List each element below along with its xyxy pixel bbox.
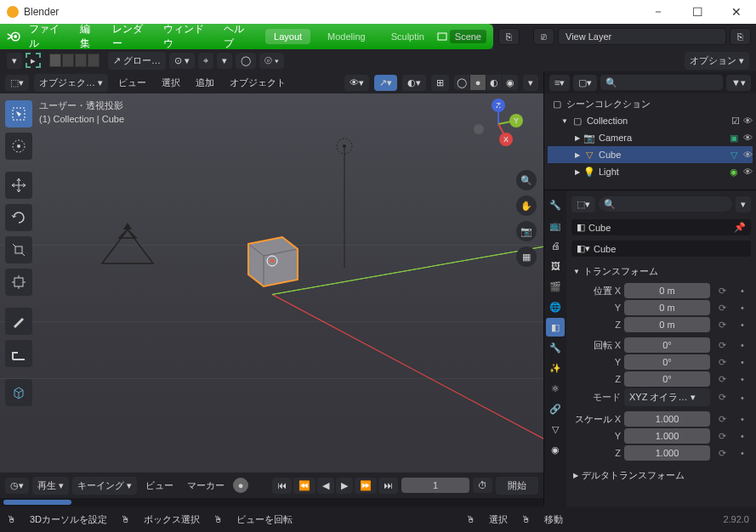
tab-viewlayer-icon[interactable]: 🖼 — [546, 257, 565, 275]
lock-icon[interactable]: ⟳ — [713, 448, 730, 459]
play-reverse-button[interactable]: ◀ — [317, 478, 334, 494]
checkbox-icon[interactable]: ☑ — [731, 116, 740, 127]
minimize-button[interactable]: － — [639, 0, 678, 24]
tab-output-icon[interactable]: 🖨 — [546, 236, 565, 255]
menu-edit[interactable]: 編集 — [80, 22, 98, 51]
snap-toggle[interactable]: ⌖ — [198, 53, 213, 69]
rotation-x-input[interactable]: 0° — [624, 337, 710, 353]
keyframe-next-button[interactable]: ⏩ — [355, 478, 377, 494]
cursor-tool[interactable] — [5, 133, 32, 160]
proportional-toggle[interactable]: ◯ — [236, 53, 256, 69]
maximize-button[interactable]: ☐ — [678, 0, 717, 24]
options-dropdown[interactable]: オプション ▾ — [685, 52, 749, 70]
disclosure-icon[interactable]: ▶ — [575, 168, 580, 176]
outliner-view-dropdown[interactable]: ▢▾ — [573, 75, 597, 91]
move-tool[interactable] — [5, 172, 32, 199]
select-mode-buttons[interactable] — [49, 54, 99, 67]
editor-type-selector[interactable]: ⬚▾ — [5, 75, 29, 91]
timeline-scrollbar[interactable] — [0, 498, 543, 507]
lock-icon[interactable]: ⟳ — [713, 286, 730, 297]
object-name-field[interactable]: ◧▾ Cube — [571, 241, 751, 257]
scene-browse-button[interactable]: ⎘ — [498, 28, 520, 45]
shading-modes[interactable]: ◯ ● ◐ ◉ — [454, 75, 518, 90]
outliner-collection[interactable]: ▼ ▢ Collection ☑ 👁 — [548, 112, 753, 129]
gizmo-toggle[interactable]: ↗▾ — [374, 75, 397, 91]
menu-file[interactable]: ファイル — [29, 22, 65, 51]
menu-help[interactable]: ヘルプ — [224, 22, 250, 51]
tab-physics-icon[interactable]: ⚛ — [546, 379, 565, 398]
playback-dropdown[interactable]: 再生 ▾ — [32, 477, 69, 495]
menu-add[interactable]: 追加 — [196, 76, 214, 89]
transform-tool[interactable] — [5, 269, 32, 296]
outliner-item-camera[interactable]: ▶ 📷 Camera ▣ 👁 — [548, 129, 753, 146]
lock-icon[interactable]: ⟳ — [713, 431, 730, 442]
select-box-tool[interactable] — [5, 100, 32, 127]
menu-object[interactable]: オブジェクト — [230, 76, 286, 89]
jump-start-button[interactable]: ⏮ — [272, 478, 292, 494]
annotate-tool[interactable] — [5, 308, 32, 335]
overlay-toggle[interactable]: ◐▾ — [402, 75, 426, 91]
visibility-dropdown[interactable]: 👁▾ — [344, 75, 369, 91]
tab-constraint-icon[interactable]: 🔗 — [546, 399, 565, 418]
outliner-scene-collection[interactable]: ▢ シーンコレクション — [548, 95, 753, 112]
lock-icon[interactable]: ⟳ — [713, 340, 730, 351]
disclosure-icon[interactable]: ▶ — [575, 134, 580, 142]
tab-material-icon[interactable]: ◉ — [546, 440, 565, 459]
pan-button[interactable]: ✋ — [516, 195, 537, 216]
rotation-z-input[interactable]: 0° — [624, 371, 710, 387]
scale-z-input[interactable]: 1.000 — [624, 445, 710, 461]
tool-drag-action[interactable]: ▾ — [7, 53, 22, 69]
viewlayer-copy-button[interactable]: ⎘ — [730, 28, 751, 45]
location-z-input[interactable]: 0 m — [624, 317, 710, 332]
tab-scene-icon[interactable]: 🎬 — [546, 277, 565, 296]
tab-tool-icon[interactable]: 🔧 — [546, 195, 565, 214]
rotation-mode-dropdown[interactable]: XYZ オイラ… ▾ — [624, 388, 710, 406]
props-editor-selector[interactable]: ⬚▾ — [571, 196, 595, 212]
current-frame-input[interactable]: 1 — [401, 478, 469, 493]
tab-world-icon[interactable]: 🌐 — [546, 297, 565, 316]
camera-object[interactable] — [94, 221, 162, 272]
scene-selector[interactable]: Scene — [450, 30, 486, 43]
pin-icon[interactable]: 📌 — [734, 222, 746, 233]
eye-icon[interactable]: 👁 — [743, 133, 753, 143]
transform-panel-header[interactable]: ▼トランスフォーム — [571, 262, 751, 281]
viewport-3d[interactable]: ユーザー・透視投影 (1) Collection | Cube Z Y X 🔍 … — [0, 93, 543, 473]
mode-selector[interactable]: オブジェク… ▾ — [34, 74, 108, 92]
zoom-button[interactable]: 🔍 — [516, 170, 537, 190]
snap-dropdown[interactable]: ▾ — [217, 53, 232, 69]
jump-end-button[interactable]: ⏭ — [378, 478, 398, 494]
measure-tool[interactable] — [5, 340, 32, 367]
viewlayer-browse-button[interactable]: ⎚ — [533, 28, 554, 45]
add-cube-tool[interactable] — [5, 379, 32, 406]
viewlayer-selector[interactable]: View Layer — [558, 28, 726, 45]
menu-window[interactable]: ウィンドウ — [163, 22, 207, 51]
frame-range-lock[interactable]: ⏱ — [473, 478, 492, 493]
pivot-dropdown[interactable]: ⊙ ▾ — [169, 53, 195, 69]
outliner-item-light[interactable]: ▶ 💡 Light ◉ 👁 — [548, 163, 753, 180]
timeline-marker-menu[interactable]: マーカー — [187, 479, 225, 492]
scale-tool[interactable] — [5, 236, 32, 263]
browse-scene-icon[interactable] — [436, 30, 448, 43]
camera-view-button[interactable]: 📷 — [516, 221, 537, 241]
delta-transform-panel-header[interactable]: ▶デルタトランスフォーム — [571, 466, 751, 485]
timeline-editor-selector[interactable]: ◷▾ — [5, 478, 29, 494]
lock-icon[interactable]: ⟳ — [713, 357, 730, 368]
scale-x-input[interactable]: 1.000 — [624, 411, 710, 427]
shading-dropdown[interactable]: ▾ — [523, 75, 538, 91]
perspective-toggle[interactable]: ▦ — [516, 246, 537, 267]
props-search-input[interactable]: 🔍 — [599, 196, 732, 212]
disclosure-icon[interactable]: ▶ — [575, 151, 580, 159]
auto-key-toggle[interactable]: ● — [233, 478, 248, 493]
tab-modeling[interactable]: Modeling — [319, 29, 374, 44]
lock-icon[interactable]: ⟳ — [713, 320, 730, 331]
start-frame-input[interactable]: 開始 — [496, 477, 538, 495]
keying-dropdown[interactable]: キーイング ▾ — [72, 477, 137, 495]
eye-icon[interactable]: 👁 — [743, 167, 753, 177]
lock-icon[interactable]: ⟳ — [713, 303, 730, 314]
cube-object[interactable] — [238, 225, 306, 293]
select-box-icon[interactable]: ▸ — [26, 53, 41, 68]
eye-icon[interactable]: 👁 — [743, 116, 753, 126]
tab-render-icon[interactable]: 📺 — [546, 216, 565, 235]
outliner-item-cube[interactable]: ▶ ▽ Cube ▽ 👁 — [548, 146, 753, 163]
menu-select[interactable]: 選択 — [162, 76, 180, 89]
